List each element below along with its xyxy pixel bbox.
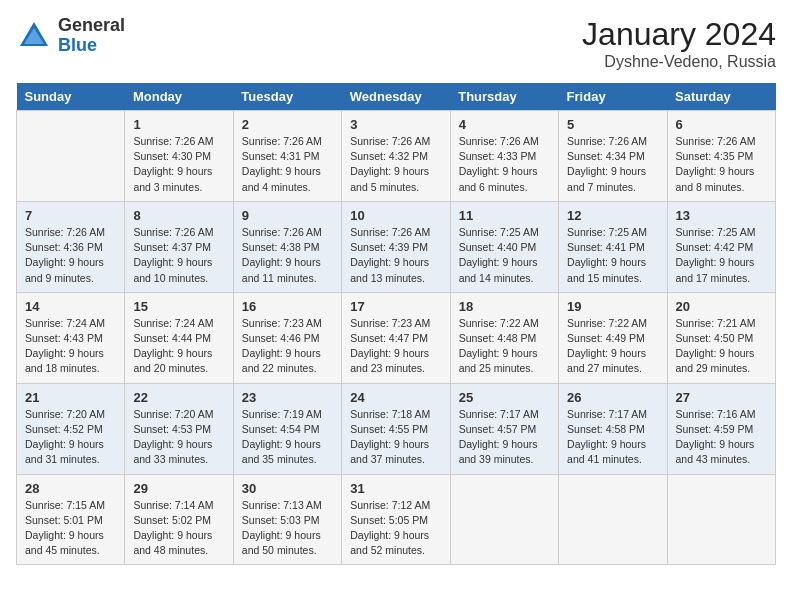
header-cell-thursday: Thursday [450,83,558,111]
calendar-cell: 17Sunrise: 7:23 AM Sunset: 4:47 PM Dayli… [342,292,450,383]
day-number: 5 [567,117,658,132]
calendar-cell: 2Sunrise: 7:26 AM Sunset: 4:31 PM Daylig… [233,111,341,202]
page-header: General Blue January 2024 Dyshne-Vedeno,… [16,16,776,71]
calendar-cell: 10Sunrise: 7:26 AM Sunset: 4:39 PM Dayli… [342,201,450,292]
cell-content: Sunrise: 7:26 AM Sunset: 4:33 PM Dayligh… [459,134,550,195]
calendar-cell: 29Sunrise: 7:14 AM Sunset: 5:02 PM Dayli… [125,474,233,565]
header-cell-tuesday: Tuesday [233,83,341,111]
cell-content: Sunrise: 7:26 AM Sunset: 4:38 PM Dayligh… [242,225,333,286]
calendar-table: SundayMondayTuesdayWednesdayThursdayFrid… [16,83,776,565]
calendar-cell [559,474,667,565]
header-cell-sunday: Sunday [17,83,125,111]
cell-content: Sunrise: 7:20 AM Sunset: 4:52 PM Dayligh… [25,407,116,468]
calendar-header: SundayMondayTuesdayWednesdayThursdayFrid… [17,83,776,111]
logo-text: General Blue [58,16,125,56]
calendar-cell: 31Sunrise: 7:12 AM Sunset: 5:05 PM Dayli… [342,474,450,565]
logo-blue-text: Blue [58,35,97,55]
calendar-cell: 18Sunrise: 7:22 AM Sunset: 4:48 PM Dayli… [450,292,558,383]
calendar-cell: 15Sunrise: 7:24 AM Sunset: 4:44 PM Dayli… [125,292,233,383]
calendar-cell: 6Sunrise: 7:26 AM Sunset: 4:35 PM Daylig… [667,111,775,202]
cell-content: Sunrise: 7:13 AM Sunset: 5:03 PM Dayligh… [242,498,333,559]
day-number: 14 [25,299,116,314]
day-number: 10 [350,208,441,223]
day-number: 31 [350,481,441,496]
cell-content: Sunrise: 7:26 AM Sunset: 4:36 PM Dayligh… [25,225,116,286]
title-block: January 2024 Dyshne-Vedeno, Russia [582,16,776,71]
calendar-cell: 9Sunrise: 7:26 AM Sunset: 4:38 PM Daylig… [233,201,341,292]
logo-icon [16,18,52,54]
cell-content: Sunrise: 7:17 AM Sunset: 4:58 PM Dayligh… [567,407,658,468]
calendar-body: 1Sunrise: 7:26 AM Sunset: 4:30 PM Daylig… [17,111,776,565]
header-row: SundayMondayTuesdayWednesdayThursdayFrid… [17,83,776,111]
cell-content: Sunrise: 7:24 AM Sunset: 4:44 PM Dayligh… [133,316,224,377]
calendar-week-4: 21Sunrise: 7:20 AM Sunset: 4:52 PM Dayli… [17,383,776,474]
calendar-cell: 13Sunrise: 7:25 AM Sunset: 4:42 PM Dayli… [667,201,775,292]
calendar-cell [17,111,125,202]
calendar-cell: 12Sunrise: 7:25 AM Sunset: 4:41 PM Dayli… [559,201,667,292]
header-cell-wednesday: Wednesday [342,83,450,111]
cell-content: Sunrise: 7:17 AM Sunset: 4:57 PM Dayligh… [459,407,550,468]
calendar-cell: 24Sunrise: 7:18 AM Sunset: 4:55 PM Dayli… [342,383,450,474]
cell-content: Sunrise: 7:26 AM Sunset: 4:37 PM Dayligh… [133,225,224,286]
calendar-cell: 8Sunrise: 7:26 AM Sunset: 4:37 PM Daylig… [125,201,233,292]
day-number: 17 [350,299,441,314]
header-cell-friday: Friday [559,83,667,111]
day-number: 27 [676,390,767,405]
cell-content: Sunrise: 7:12 AM Sunset: 5:05 PM Dayligh… [350,498,441,559]
header-cell-saturday: Saturday [667,83,775,111]
day-number: 21 [25,390,116,405]
calendar-cell: 26Sunrise: 7:17 AM Sunset: 4:58 PM Dayli… [559,383,667,474]
calendar-cell: 25Sunrise: 7:17 AM Sunset: 4:57 PM Dayli… [450,383,558,474]
calendar-cell [450,474,558,565]
cell-content: Sunrise: 7:25 AM Sunset: 4:41 PM Dayligh… [567,225,658,286]
cell-content: Sunrise: 7:25 AM Sunset: 4:42 PM Dayligh… [676,225,767,286]
calendar-cell: 4Sunrise: 7:26 AM Sunset: 4:33 PM Daylig… [450,111,558,202]
calendar-cell: 14Sunrise: 7:24 AM Sunset: 4:43 PM Dayli… [17,292,125,383]
day-number: 1 [133,117,224,132]
cell-content: Sunrise: 7:25 AM Sunset: 4:40 PM Dayligh… [459,225,550,286]
calendar-week-5: 28Sunrise: 7:15 AM Sunset: 5:01 PM Dayli… [17,474,776,565]
day-number: 24 [350,390,441,405]
calendar-cell: 7Sunrise: 7:26 AM Sunset: 4:36 PM Daylig… [17,201,125,292]
calendar-week-3: 14Sunrise: 7:24 AM Sunset: 4:43 PM Dayli… [17,292,776,383]
cell-content: Sunrise: 7:15 AM Sunset: 5:01 PM Dayligh… [25,498,116,559]
day-number: 8 [133,208,224,223]
day-number: 11 [459,208,550,223]
calendar-cell: 23Sunrise: 7:19 AM Sunset: 4:54 PM Dayli… [233,383,341,474]
day-number: 28 [25,481,116,496]
day-number: 18 [459,299,550,314]
header-cell-monday: Monday [125,83,233,111]
cell-content: Sunrise: 7:14 AM Sunset: 5:02 PM Dayligh… [133,498,224,559]
day-number: 9 [242,208,333,223]
cell-content: Sunrise: 7:21 AM Sunset: 4:50 PM Dayligh… [676,316,767,377]
day-number: 29 [133,481,224,496]
cell-content: Sunrise: 7:20 AM Sunset: 4:53 PM Dayligh… [133,407,224,468]
cell-content: Sunrise: 7:26 AM Sunset: 4:30 PM Dayligh… [133,134,224,195]
cell-content: Sunrise: 7:26 AM Sunset: 4:31 PM Dayligh… [242,134,333,195]
day-number: 13 [676,208,767,223]
calendar-cell: 27Sunrise: 7:16 AM Sunset: 4:59 PM Dayli… [667,383,775,474]
calendar-cell: 5Sunrise: 7:26 AM Sunset: 4:34 PM Daylig… [559,111,667,202]
day-number: 12 [567,208,658,223]
day-number: 25 [459,390,550,405]
location: Dyshne-Vedeno, Russia [582,53,776,71]
calendar-cell: 16Sunrise: 7:23 AM Sunset: 4:46 PM Dayli… [233,292,341,383]
calendar-cell [667,474,775,565]
calendar-week-2: 7Sunrise: 7:26 AM Sunset: 4:36 PM Daylig… [17,201,776,292]
calendar-cell: 21Sunrise: 7:20 AM Sunset: 4:52 PM Dayli… [17,383,125,474]
day-number: 30 [242,481,333,496]
day-number: 4 [459,117,550,132]
calendar-week-1: 1Sunrise: 7:26 AM Sunset: 4:30 PM Daylig… [17,111,776,202]
day-number: 22 [133,390,224,405]
cell-content: Sunrise: 7:26 AM Sunset: 4:39 PM Dayligh… [350,225,441,286]
cell-content: Sunrise: 7:24 AM Sunset: 4:43 PM Dayligh… [25,316,116,377]
calendar-cell: 22Sunrise: 7:20 AM Sunset: 4:53 PM Dayli… [125,383,233,474]
cell-content: Sunrise: 7:26 AM Sunset: 4:32 PM Dayligh… [350,134,441,195]
cell-content: Sunrise: 7:18 AM Sunset: 4:55 PM Dayligh… [350,407,441,468]
calendar-cell: 3Sunrise: 7:26 AM Sunset: 4:32 PM Daylig… [342,111,450,202]
cell-content: Sunrise: 7:19 AM Sunset: 4:54 PM Dayligh… [242,407,333,468]
day-number: 7 [25,208,116,223]
calendar-cell: 28Sunrise: 7:15 AM Sunset: 5:01 PM Dayli… [17,474,125,565]
cell-content: Sunrise: 7:26 AM Sunset: 4:35 PM Dayligh… [676,134,767,195]
day-number: 15 [133,299,224,314]
